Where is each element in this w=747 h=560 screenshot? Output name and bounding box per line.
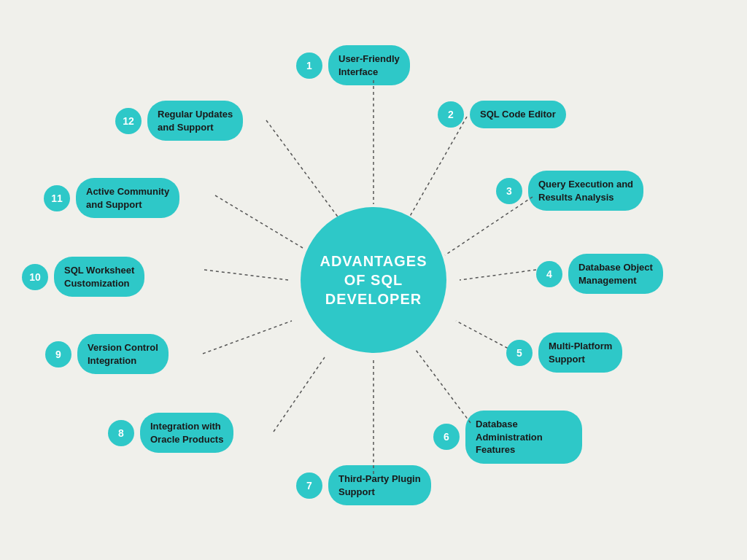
node-8-badge: 8 <box>108 420 134 446</box>
node-3-badge: 3 <box>496 178 522 204</box>
node-7: 7 Third-Party PluginSupport <box>296 465 431 505</box>
node-11-badge: 11 <box>44 185 70 211</box>
node-1: 1 User-FriendlyInterface <box>296 45 410 85</box>
center-title: ADVANTAGES OF SQL DEVELOPER <box>320 252 427 308</box>
node-11: 11 Active Communityand Support <box>44 178 179 218</box>
node-6-label: Database AdministrationFeatures <box>465 411 582 464</box>
node-4-badge: 4 <box>536 261 562 287</box>
node-7-badge: 7 <box>296 472 322 499</box>
node-5-label: Multi-PlatformSupport <box>538 332 622 373</box>
node-8: 8 Integration withOracle Products <box>108 413 233 453</box>
node-9-label: Version ControlIntegration <box>77 334 169 374</box>
node-1-label: User-FriendlyInterface <box>328 45 410 85</box>
node-3: 3 Query Execution andResults Analysis <box>496 171 643 211</box>
node-10-badge: 10 <box>22 264 48 290</box>
node-2-label: SQL Code Editor <box>470 101 566 128</box>
node-8-label: Integration withOracle Products <box>140 413 233 453</box>
node-10: 10 SQL WorksheetCustomization <box>22 257 144 297</box>
node-12-label: Regular Updatesand Support <box>147 101 243 141</box>
node-2: 2 SQL Code Editor <box>438 101 566 128</box>
node-1-badge: 1 <box>296 52 322 79</box>
node-12: 12 Regular Updatesand Support <box>115 101 243 141</box>
node-9: 9 Version ControlIntegration <box>45 334 169 374</box>
node-7-label: Third-Party PluginSupport <box>328 465 431 505</box>
node-6-badge: 6 <box>433 424 460 450</box>
node-11-label: Active Communityand Support <box>76 178 179 218</box>
diagram-container: ADVANTAGES OF SQL DEVELOPER 1 User-Frien… <box>0 0 747 560</box>
node-10-label: SQL WorksheetCustomization <box>54 257 144 297</box>
node-6: 6 Database AdministrationFeatures <box>433 411 582 464</box>
node-4-label: Database ObjectManagement <box>568 254 663 294</box>
node-2-badge: 2 <box>438 101 464 128</box>
node-5: 5 Multi-PlatformSupport <box>506 332 622 373</box>
center-circle: ADVANTAGES OF SQL DEVELOPER <box>301 207 446 353</box>
node-5-badge: 5 <box>506 340 533 366</box>
node-3-label: Query Execution andResults Analysis <box>528 171 643 211</box>
node-4: 4 Database ObjectManagement <box>536 254 663 294</box>
node-12-badge: 12 <box>115 108 142 134</box>
node-9-badge: 9 <box>45 341 71 368</box>
